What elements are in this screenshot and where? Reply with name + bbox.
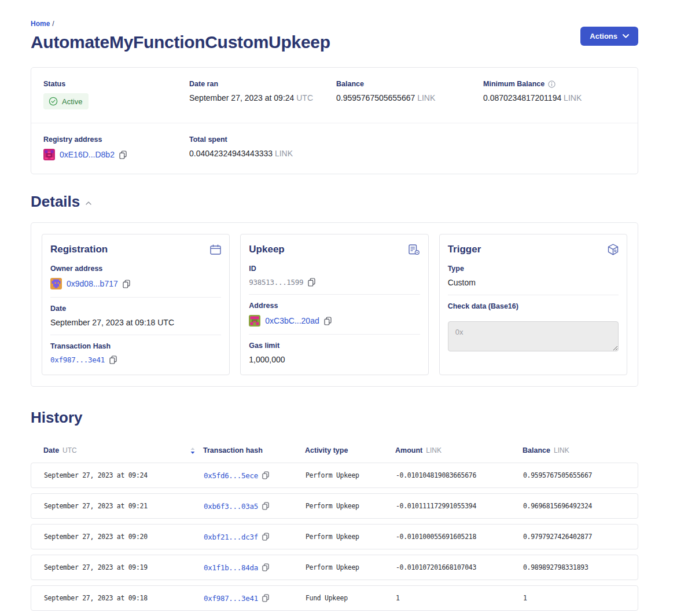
tx-hash-link[interactable]: 0xf987...3e41 — [50, 355, 105, 364]
history-table-header: Date UTC Transaction hash Activity type … — [31, 446, 638, 454]
registration-date-value: September 27, 2023 at 09:18 UTC — [50, 318, 221, 327]
row-activity: Perform Upkeep — [306, 533, 396, 541]
copy-icon[interactable] — [262, 594, 269, 602]
divider — [448, 295, 619, 295]
row-tx-link[interactable]: 0xb6f3...03a5 — [204, 502, 258, 511]
min-balance-value: 0.0870234817201194 — [483, 93, 561, 102]
row-amount: -0.010100055691605218 — [396, 533, 523, 541]
actions-button-label: Actions — [590, 32, 617, 41]
min-balance-unit: LINK — [564, 93, 582, 102]
chevron-up-icon[interactable] — [86, 201, 91, 205]
actions-button[interactable]: Actions — [580, 27, 638, 46]
col-tx-label: Transaction hash — [203, 446, 263, 454]
copy-icon[interactable] — [262, 471, 269, 479]
row-amount: -0.010104819083665676 — [396, 471, 523, 479]
col-amount-unit: LINK — [426, 446, 442, 454]
row-tx-link[interactable]: 0x5fd6...5ece — [204, 471, 258, 480]
sort-icon[interactable] — [190, 448, 195, 454]
total-spent-field: Total spent 0.04042324943443333 LINK — [189, 135, 336, 160]
copy-icon[interactable] — [123, 280, 130, 288]
copy-icon[interactable] — [308, 278, 315, 287]
balance-field: Balance 0.9595767505655667 LINK — [336, 80, 483, 109]
document-gear-icon — [409, 244, 420, 255]
trigger-type-label: Type — [448, 265, 619, 273]
col-activity-label: Activity type — [305, 446, 348, 454]
upkeep-id-value: 938513...1599 — [249, 278, 303, 287]
total-spent-label: Total spent — [189, 135, 336, 144]
upkeep-title: Upkeep — [249, 244, 284, 255]
status-badge-text: Active — [62, 97, 82, 106]
row-tx-link[interactable]: 0x1f1b...84da — [204, 563, 258, 572]
calendar-icon — [210, 244, 221, 255]
row-tx-link[interactable]: 0xf987...3e41 — [204, 594, 258, 603]
trigger-card: Trigger Type Custom Check data (Base16) — [439, 234, 627, 375]
row-tx-link[interactable]: 0xbf21...dc3f — [204, 533, 258, 541]
gas-limit-label: Gas limit — [249, 342, 420, 350]
page-container: Home/ AutomateMyFunctionCustomUpkeep Act… — [31, 0, 638, 616]
details-panel: Registration Owner address 0x9d08...b717… — [31, 222, 638, 387]
copy-icon[interactable] — [262, 533, 269, 541]
summary-card: Status Active Date ran September 27, 202… — [31, 67, 638, 174]
min-balance-field: Minimum Balance 0.0870234817201194 LINK — [483, 80, 626, 109]
date-ran-label: Date ran — [189, 80, 336, 88]
upkeep-card: Upkeep ID 938513...1599 Address 0xC3bC..… — [240, 234, 428, 375]
copy-icon[interactable] — [262, 563, 269, 571]
row-activity: Fund Upkeep — [306, 594, 396, 602]
row-balance: 0.9797927426402877 — [523, 533, 638, 541]
balance-value: 0.9595767505655667 — [336, 93, 415, 102]
row-date: September 27, 2023 at 09:19 — [44, 563, 204, 571]
table-row: September 27, 2023 at 09:18 0xf987...3e4… — [31, 585, 638, 611]
row-amount: 1 — [396, 594, 523, 602]
upkeep-id-label: ID — [249, 265, 420, 273]
row-balance: 0.9595767505655667 — [523, 471, 638, 479]
copy-icon[interactable] — [109, 355, 117, 364]
row-activity: Perform Upkeep — [306, 502, 396, 510]
breadcrumb-home-link[interactable]: Home — [31, 20, 50, 28]
row-balance: 1 — [523, 594, 638, 602]
divider — [50, 297, 221, 298]
trigger-type-value: Custom — [448, 278, 619, 287]
owner-identicon — [50, 278, 62, 289]
total-spent-value: 0.04042324943443333 — [189, 149, 273, 158]
check-data-label: Check data (Base16) — [448, 302, 619, 310]
upkeep-identicon — [249, 315, 260, 327]
balance-unit: LINK — [417, 93, 435, 102]
page-header: Home/ AutomateMyFunctionCustomUpkeep Act… — [31, 20, 638, 52]
balance-label: Balance — [336, 80, 483, 88]
page-title: AutomateMyFunctionCustomUpkeep — [31, 32, 330, 52]
cube-icon — [608, 244, 619, 255]
registry-identicon — [43, 149, 55, 160]
min-balance-label: Minimum Balance — [483, 80, 545, 88]
col-date-timezone: UTC — [62, 446, 77, 454]
row-balance: 0.989892798331893 — [523, 563, 638, 571]
table-row: September 27, 2023 at 09:24 0x5fd6...5ec… — [31, 463, 638, 488]
trigger-title: Trigger — [448, 244, 481, 255]
status-badge: Active — [43, 93, 89, 109]
registration-date-label: Date — [50, 305, 221, 313]
details-heading: Details — [31, 193, 80, 211]
divider — [50, 335, 221, 335]
row-date: September 27, 2023 at 09:20 — [44, 533, 204, 541]
copy-icon[interactable] — [262, 502, 269, 510]
chevron-down-icon — [623, 34, 629, 38]
upkeep-address-link[interactable]: 0xC3bC...20ad — [265, 316, 319, 325]
info-icon[interactable] — [548, 80, 555, 88]
registry-address-link[interactable]: 0xE16D...D8b2 — [60, 150, 115, 159]
table-row: September 27, 2023 at 09:21 0xb6f3...03a… — [31, 493, 638, 519]
check-data-input[interactable] — [448, 321, 619, 351]
registration-title: Registration — [50, 244, 108, 255]
divider — [249, 334, 420, 335]
tx-hash-label: Transaction Hash — [50, 342, 221, 350]
status-field: Status Active — [43, 80, 189, 109]
row-date: September 27, 2023 at 09:18 — [44, 594, 204, 602]
check-circle-icon — [49, 97, 58, 106]
divider — [249, 294, 420, 295]
row-balance: 0.9696815696492324 — [523, 502, 638, 510]
breadcrumb-separator: / — [52, 20, 54, 28]
col-date-label: Date — [43, 446, 59, 454]
copy-icon[interactable] — [119, 151, 127, 159]
copy-icon[interactable] — [324, 317, 332, 325]
table-row: September 27, 2023 at 09:19 0x1f1b...84d… — [31, 555, 638, 580]
col-balance-label: Balance — [523, 446, 550, 454]
owner-address-link[interactable]: 0x9d08...b717 — [67, 279, 118, 288]
